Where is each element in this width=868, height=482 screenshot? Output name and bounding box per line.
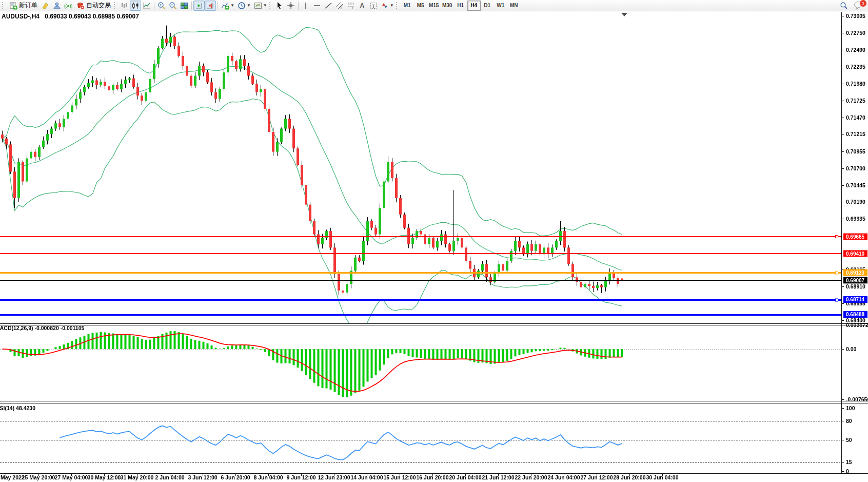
timeframe-toolbar: M1M5M15M30H1H4D1W1MN: [401, 1, 521, 11]
new-order-icon: [9, 2, 17, 10]
notifications-button[interactable]: 1: [854, 1, 864, 10]
tile-windows-icon: [180, 2, 188, 10]
profile-button[interactable]: [51, 1, 63, 11]
svg-text:T: T: [372, 3, 375, 8]
main-toolbar: 新订单 自动交易: [0, 0, 868, 11]
vertical-line-icon: [302, 2, 310, 10]
autotrade-icon: [76, 2, 85, 10]
timeframe-M1[interactable]: M1: [401, 1, 414, 11]
bar-chart-icon: [120, 2, 128, 10]
equidistant-channel-icon: E: [336, 2, 344, 10]
trendline-icon: [324, 2, 332, 10]
line-chart-icon: [143, 2, 151, 10]
zoom-out-icon: [169, 2, 177, 10]
search-icon: [840, 2, 848, 10]
auto-scroll-icon: [195, 2, 203, 10]
trendline-button[interactable]: [323, 1, 334, 11]
timeframe-H1[interactable]: H1: [454, 1, 467, 11]
periods-button[interactable]: ▼: [236, 1, 252, 11]
zoom-out-button[interactable]: [167, 1, 179, 11]
line-chart-button[interactable]: [141, 1, 152, 11]
signal-button[interactable]: [63, 1, 74, 11]
timeframe-H4[interactable]: H4: [467, 1, 481, 11]
horizontal-line-button[interactable]: [311, 1, 323, 11]
cursor-button[interactable]: [274, 1, 285, 11]
text-label-button[interactable]: T: [368, 1, 379, 11]
new-order-button[interactable]: 新订单: [7, 1, 40, 11]
toolbar-separator: [154, 2, 154, 10]
toolbar-grip: [114, 2, 116, 9]
svg-text:E: E: [341, 6, 343, 10]
cursor-icon: [275, 2, 284, 10]
highlighter-button[interactable]: [40, 1, 51, 11]
templates-icon: [254, 2, 262, 10]
chart-shift-icon: [206, 2, 214, 10]
chevron-down-icon: ▼: [230, 4, 234, 8]
signal-icon: [64, 2, 72, 10]
templates-button[interactable]: ▼: [252, 1, 269, 11]
highlighter-icon: [42, 2, 50, 10]
new-order-label: 新订单: [19, 1, 37, 10]
timeframe-D1[interactable]: D1: [481, 1, 494, 11]
chevron-down-icon: ▼: [247, 4, 251, 8]
search-button[interactable]: [838, 1, 850, 11]
autotrade-button[interactable]: 自动交易: [74, 1, 113, 11]
arrows-button[interactable]: ▼: [379, 1, 396, 11]
mt4-window: 新订单 自动交易: [0, 0, 868, 482]
notification-badge: 1: [859, 0, 867, 7]
crosshair-button[interactable]: [285, 1, 297, 11]
horizontal-line-icon: [313, 2, 321, 10]
toolbar-grip: [2, 2, 5, 9]
arrows-icon: [381, 2, 389, 10]
indicators-icon: [221, 2, 229, 10]
candlestick-chart-icon: [131, 2, 140, 10]
fibonacci-icon: F: [347, 2, 355, 10]
chevron-down-icon: ▼: [390, 4, 394, 8]
equidistant-channel-button[interactable]: E: [334, 1, 345, 11]
timeframe-M30[interactable]: M30: [441, 1, 454, 11]
indicators-button[interactable]: ▼: [220, 1, 236, 11]
timeframe-W1[interactable]: W1: [494, 1, 507, 11]
bar-chart-button[interactable]: [119, 1, 130, 11]
crosshair-icon: [287, 2, 295, 10]
toolbar-grip: [396, 2, 399, 9]
tile-windows-button[interactable]: [179, 1, 190, 11]
auto-scroll-button[interactable]: [193, 1, 205, 11]
toolbar-grip: [269, 2, 272, 9]
profile-icon: [53, 2, 61, 10]
svg-text:F: F: [352, 6, 354, 10]
chevron-down-icon: ▼: [263, 4, 267, 8]
chart-shift-button[interactable]: [205, 1, 216, 11]
text-icon: A: [360, 2, 364, 9]
vertical-line-button[interactable]: [300, 1, 311, 11]
toolbar-right-cluster: 1: [838, 1, 864, 11]
text-label-icon: T: [369, 2, 378, 10]
timeframe-M15[interactable]: M15: [427, 1, 441, 11]
clock-icon: [238, 2, 246, 10]
text-button[interactable]: A: [357, 1, 368, 11]
price-chart-canvas[interactable]: [0, 11, 868, 482]
toolbar-separator: [218, 2, 218, 10]
zoom-in-icon: [157, 2, 166, 10]
toolbar-separator: [298, 2, 299, 10]
timeframe-MN[interactable]: MN: [507, 1, 521, 11]
candlestick-chart-button[interactable]: [130, 1, 141, 11]
fibonacci-button[interactable]: F: [345, 1, 357, 11]
zoom-in-button[interactable]: [156, 1, 167, 11]
timeframe-M5[interactable]: M5: [414, 1, 427, 11]
autotrade-label: 自动交易: [86, 1, 111, 10]
toolbar-separator: [191, 2, 192, 10]
